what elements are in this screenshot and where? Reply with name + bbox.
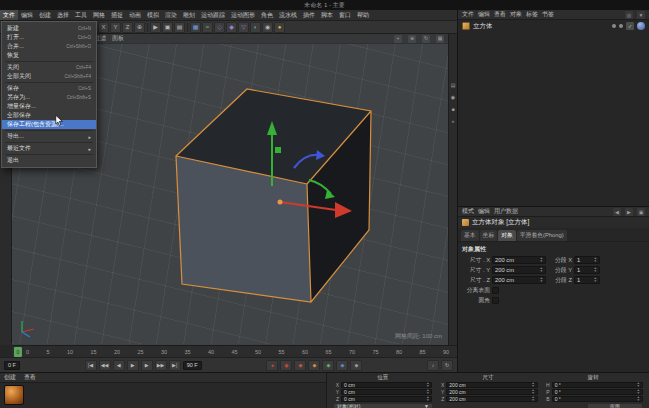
goto-end-icon[interactable]: ▶|	[169, 360, 181, 371]
size-y-field[interactable]: 200 cm ▲▼	[492, 266, 546, 274]
sound-icon[interactable]: ♪	[427, 360, 439, 371]
rot-b-field[interactable]: 0 °▲▼	[552, 396, 643, 402]
expand-palette-icon[interactable]: »	[450, 118, 457, 125]
om-filter-icon[interactable]: ▼	[637, 11, 645, 19]
menu-character[interactable]: 角色	[258, 10, 276, 20]
axis-x-lock-icon[interactable]: X	[98, 22, 109, 33]
attr-menu-mode[interactable]: 模式	[462, 207, 474, 216]
attr-menu-userdata[interactable]: 用户数据	[494, 207, 518, 216]
autokey-icon[interactable]: ◉	[280, 360, 292, 371]
play-icon[interactable]: ▶	[127, 360, 139, 371]
menu-plugins[interactable]: 插件	[300, 10, 318, 20]
om-menu-file[interactable]: 文件	[462, 10, 474, 19]
om-search-icon[interactable]: ◎	[625, 11, 633, 19]
stepper-icon[interactable]: ▲▼	[594, 267, 597, 273]
toggle-views-icon[interactable]: ▦	[436, 35, 444, 43]
rot-p-field[interactable]: 0 °▲▼	[552, 389, 643, 395]
gizmo-y-handle[interactable]	[275, 147, 281, 153]
visibility-dot-editor[interactable]	[612, 24, 616, 28]
file-menu-item-save[interactable]: 保存 Ctrl+S	[2, 84, 96, 93]
primitive-cube-icon[interactable]: ▦	[190, 22, 201, 33]
mat-menu-create[interactable]: 创建	[4, 373, 16, 382]
file-menu-item-save-as[interactable]: 另存为... Ctrl+Shift+S	[2, 93, 96, 102]
tag-check-icon[interactable]: ✓	[626, 22, 634, 30]
gizmo-origin-handle[interactable]	[278, 200, 283, 205]
pos-z-field[interactable]: 0 cm▲▼	[341, 396, 432, 402]
menu-simulate[interactable]: 模拟	[144, 10, 162, 20]
file-menu-item-save-incremental[interactable]: 增量保存...	[2, 102, 96, 111]
file-menu-item-merge[interactable]: 合并... Ctrl+Shift+O	[2, 42, 96, 51]
scale-x-field[interactable]: 200 cm▲▼	[446, 382, 537, 388]
menu-edit[interactable]: 编辑	[18, 10, 36, 20]
record-position-icon[interactable]: ◆	[294, 360, 306, 371]
tab-basic[interactable]: 基本	[461, 230, 479, 241]
size-z-field[interactable]: 200 cm ▲▼	[492, 276, 546, 284]
om-menu-view[interactable]: 查看	[494, 10, 506, 19]
axis-y-lock-icon[interactable]: Y	[110, 22, 121, 33]
axis-z-lock-icon[interactable]: Z	[122, 22, 133, 33]
tab-phong[interactable]: 平滑着色(Phong)	[517, 230, 567, 241]
menu-animate[interactable]: 动画	[126, 10, 144, 20]
file-menu-item-quit[interactable]: 退出	[2, 156, 96, 165]
deformer-icon[interactable]: ▽	[238, 22, 249, 33]
coord-system-icon[interactable]: ⊕	[134, 22, 145, 33]
rot-h-field[interactable]: 0 °▲▼	[552, 382, 643, 388]
stepper-icon[interactable]: ▲▼	[594, 257, 597, 263]
file-menu-item-close[interactable]: 关闭 Ctrl+F4	[2, 63, 96, 72]
om-menu-objects[interactable]: 对象	[510, 10, 522, 19]
file-menu-item-close-all[interactable]: 全部关闭 Ctrl+Shift+F4	[2, 72, 96, 81]
om-menu-edit[interactable]: 编辑	[478, 10, 490, 19]
tab-coordinates[interactable]: 坐标	[480, 230, 498, 241]
segments-y-field[interactable]: 1 ▲▼	[574, 266, 600, 274]
prev-key-icon[interactable]: ◀◀	[99, 360, 111, 371]
pan-view-icon[interactable]: +	[394, 35, 402, 43]
apply-button[interactable]: 应用	[587, 403, 643, 408]
pos-x-field[interactable]: 0 cm▲▼	[341, 382, 432, 388]
material-thumbnail[interactable]	[4, 385, 24, 405]
dock-display-icon[interactable]: ▤	[450, 82, 457, 89]
file-menu-item-export[interactable]: 导出... ▸	[2, 132, 96, 141]
vp-menu-panel[interactable]: 面板	[112, 34, 124, 43]
window-titlebar[interactable]: 未命名 1 - 主要	[0, 0, 649, 10]
prev-frame-icon[interactable]: ◀	[113, 360, 125, 371]
segments-x-field[interactable]: 1 ▲▼	[574, 256, 600, 264]
stepper-icon[interactable]: ▲▼	[540, 277, 543, 283]
record-scale-icon[interactable]: ◆	[308, 360, 320, 371]
environment-icon[interactable]: ◐	[250, 22, 261, 33]
timeline-playhead[interactable]: 0	[14, 347, 22, 357]
next-frame-icon[interactable]: ▶	[141, 360, 153, 371]
attr-menu-edit[interactable]: 编辑	[478, 207, 490, 216]
menu-mograph[interactable]: 运动图形	[228, 10, 258, 20]
fillet-checkbox[interactable]	[492, 297, 499, 304]
loop-icon[interactable]: ↻	[441, 360, 453, 371]
file-menu-item-recent-files[interactable]: 最近文件 ▸	[2, 144, 96, 153]
menu-snap[interactable]: 捕捉	[108, 10, 126, 20]
subdivision-surface-icon[interactable]: ◇	[214, 22, 225, 33]
tab-object[interactable]: 对象	[498, 230, 516, 241]
menu-select[interactable]: 选择	[54, 10, 72, 20]
record-keyframe-icon[interactable]: ●	[266, 360, 278, 371]
record-rotation-icon[interactable]: ◆	[322, 360, 334, 371]
attr-history-forward-icon[interactable]: ▶	[625, 208, 633, 216]
om-menu-tags[interactable]: 标签	[526, 10, 538, 19]
visibility-dot-render[interactable]	[619, 24, 623, 28]
next-key-icon[interactable]: ▶▶	[155, 360, 167, 371]
size-x-field[interactable]: 200 cm ▲▼	[492, 256, 546, 264]
segments-z-field[interactable]: 1 ▲▼	[574, 276, 600, 284]
menu-pipeline[interactable]: 流水线	[276, 10, 300, 20]
stepper-icon[interactable]: ▲▼	[540, 267, 543, 273]
om-menu-bookmarks[interactable]: 书签	[542, 10, 554, 19]
pos-y-field[interactable]: 0 cm▲▼	[341, 389, 432, 395]
render-picture-viewer-icon[interactable]: ▣	[162, 22, 173, 33]
menu-sculpt[interactable]: 雕刻	[180, 10, 198, 20]
generator-icon[interactable]: ◆	[226, 22, 237, 33]
stepper-icon[interactable]: ▲▼	[594, 277, 597, 283]
spline-pen-icon[interactable]: ≈	[202, 22, 213, 33]
file-menu-item-new[interactable]: 新建 Ctrl+N	[2, 24, 96, 33]
menu-motion-tracker[interactable]: 运动跟踪	[198, 10, 228, 20]
scale-z-field[interactable]: 200 cm▲▼	[446, 396, 537, 402]
phong-tag-icon[interactable]	[637, 22, 645, 30]
end-frame-field[interactable]: 90 F	[183, 361, 202, 370]
record-pla-icon[interactable]: ◆	[350, 360, 362, 371]
zoom-view-icon[interactable]: ⊕	[408, 35, 416, 43]
